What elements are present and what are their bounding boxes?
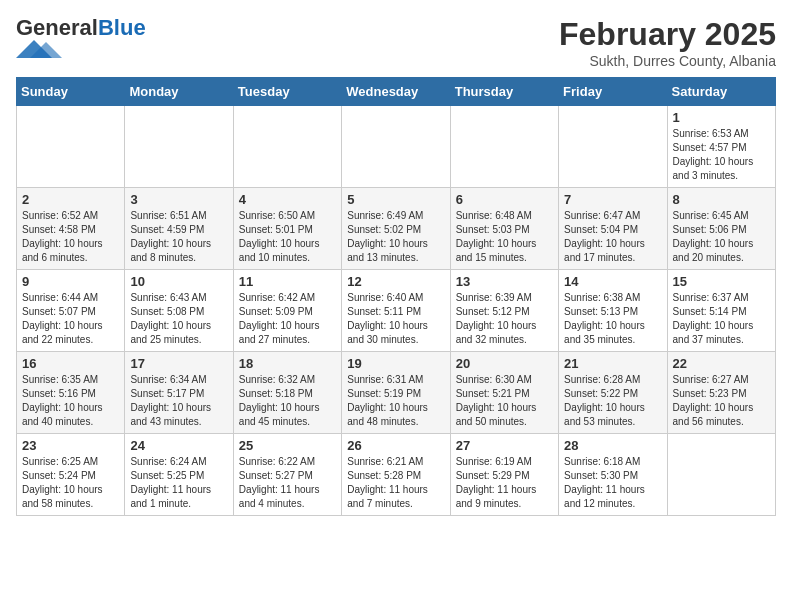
day-number: 22 bbox=[673, 356, 770, 371]
calendar-week-row: 23Sunrise: 6:25 AM Sunset: 5:24 PM Dayli… bbox=[17, 434, 776, 516]
day-number: 19 bbox=[347, 356, 444, 371]
calendar-week-row: 2Sunrise: 6:52 AM Sunset: 4:58 PM Daylig… bbox=[17, 188, 776, 270]
day-number: 10 bbox=[130, 274, 227, 289]
calendar-cell: 19Sunrise: 6:31 AM Sunset: 5:19 PM Dayli… bbox=[342, 352, 450, 434]
day-number: 7 bbox=[564, 192, 661, 207]
calendar-cell bbox=[667, 434, 775, 516]
day-number: 8 bbox=[673, 192, 770, 207]
day-number: 20 bbox=[456, 356, 553, 371]
calendar-cell: 9Sunrise: 6:44 AM Sunset: 5:07 PM Daylig… bbox=[17, 270, 125, 352]
calendar-cell bbox=[125, 106, 233, 188]
calendar-header-row: SundayMondayTuesdayWednesdayThursdayFrid… bbox=[17, 78, 776, 106]
day-number: 24 bbox=[130, 438, 227, 453]
calendar-cell: 27Sunrise: 6:19 AM Sunset: 5:29 PM Dayli… bbox=[450, 434, 558, 516]
day-number: 18 bbox=[239, 356, 336, 371]
day-header-wednesday: Wednesday bbox=[342, 78, 450, 106]
calendar-cell: 13Sunrise: 6:39 AM Sunset: 5:12 PM Dayli… bbox=[450, 270, 558, 352]
logo-blue: Blue bbox=[98, 15, 146, 40]
logo-general: General bbox=[16, 15, 98, 40]
calendar-title: February 2025 bbox=[559, 16, 776, 53]
day-number: 15 bbox=[673, 274, 770, 289]
day-info: Sunrise: 6:24 AM Sunset: 5:25 PM Dayligh… bbox=[130, 455, 227, 511]
day-header-monday: Monday bbox=[125, 78, 233, 106]
day-info: Sunrise: 6:31 AM Sunset: 5:19 PM Dayligh… bbox=[347, 373, 444, 429]
day-info: Sunrise: 6:19 AM Sunset: 5:29 PM Dayligh… bbox=[456, 455, 553, 511]
calendar-cell bbox=[342, 106, 450, 188]
day-info: Sunrise: 6:37 AM Sunset: 5:14 PM Dayligh… bbox=[673, 291, 770, 347]
calendar-cell: 10Sunrise: 6:43 AM Sunset: 5:08 PM Dayli… bbox=[125, 270, 233, 352]
day-info: Sunrise: 6:35 AM Sunset: 5:16 PM Dayligh… bbox=[22, 373, 119, 429]
day-info: Sunrise: 6:38 AM Sunset: 5:13 PM Dayligh… bbox=[564, 291, 661, 347]
day-info: Sunrise: 6:52 AM Sunset: 4:58 PM Dayligh… bbox=[22, 209, 119, 265]
day-info: Sunrise: 6:25 AM Sunset: 5:24 PM Dayligh… bbox=[22, 455, 119, 511]
day-number: 2 bbox=[22, 192, 119, 207]
calendar-cell: 15Sunrise: 6:37 AM Sunset: 5:14 PM Dayli… bbox=[667, 270, 775, 352]
day-number: 12 bbox=[347, 274, 444, 289]
day-info: Sunrise: 6:48 AM Sunset: 5:03 PM Dayligh… bbox=[456, 209, 553, 265]
day-number: 26 bbox=[347, 438, 444, 453]
calendar-cell: 2Sunrise: 6:52 AM Sunset: 4:58 PM Daylig… bbox=[17, 188, 125, 270]
calendar-cell: 3Sunrise: 6:51 AM Sunset: 4:59 PM Daylig… bbox=[125, 188, 233, 270]
calendar-cell: 1Sunrise: 6:53 AM Sunset: 4:57 PM Daylig… bbox=[667, 106, 775, 188]
day-info: Sunrise: 6:53 AM Sunset: 4:57 PM Dayligh… bbox=[673, 127, 770, 183]
day-info: Sunrise: 6:47 AM Sunset: 5:04 PM Dayligh… bbox=[564, 209, 661, 265]
day-info: Sunrise: 6:27 AM Sunset: 5:23 PM Dayligh… bbox=[673, 373, 770, 429]
day-number: 4 bbox=[239, 192, 336, 207]
day-info: Sunrise: 6:51 AM Sunset: 4:59 PM Dayligh… bbox=[130, 209, 227, 265]
title-block: February 2025 Sukth, Durres County, Alba… bbox=[559, 16, 776, 69]
calendar-cell: 12Sunrise: 6:40 AM Sunset: 5:11 PM Dayli… bbox=[342, 270, 450, 352]
calendar-cell: 4Sunrise: 6:50 AM Sunset: 5:01 PM Daylig… bbox=[233, 188, 341, 270]
calendar-cell: 17Sunrise: 6:34 AM Sunset: 5:17 PM Dayli… bbox=[125, 352, 233, 434]
day-number: 25 bbox=[239, 438, 336, 453]
day-number: 16 bbox=[22, 356, 119, 371]
day-number: 28 bbox=[564, 438, 661, 453]
day-number: 9 bbox=[22, 274, 119, 289]
day-number: 23 bbox=[22, 438, 119, 453]
calendar-week-row: 16Sunrise: 6:35 AM Sunset: 5:16 PM Dayli… bbox=[17, 352, 776, 434]
day-number: 1 bbox=[673, 110, 770, 125]
calendar-cell: 22Sunrise: 6:27 AM Sunset: 5:23 PM Dayli… bbox=[667, 352, 775, 434]
calendar-week-row: 1Sunrise: 6:53 AM Sunset: 4:57 PM Daylig… bbox=[17, 106, 776, 188]
calendar-cell: 28Sunrise: 6:18 AM Sunset: 5:30 PM Dayli… bbox=[559, 434, 667, 516]
day-header-saturday: Saturday bbox=[667, 78, 775, 106]
day-number: 13 bbox=[456, 274, 553, 289]
calendar-cell: 20Sunrise: 6:30 AM Sunset: 5:21 PM Dayli… bbox=[450, 352, 558, 434]
calendar-cell: 24Sunrise: 6:24 AM Sunset: 5:25 PM Dayli… bbox=[125, 434, 233, 516]
calendar-cell: 8Sunrise: 6:45 AM Sunset: 5:06 PM Daylig… bbox=[667, 188, 775, 270]
day-info: Sunrise: 6:42 AM Sunset: 5:09 PM Dayligh… bbox=[239, 291, 336, 347]
day-info: Sunrise: 6:39 AM Sunset: 5:12 PM Dayligh… bbox=[456, 291, 553, 347]
calendar-cell: 5Sunrise: 6:49 AM Sunset: 5:02 PM Daylig… bbox=[342, 188, 450, 270]
calendar-cell bbox=[17, 106, 125, 188]
day-number: 14 bbox=[564, 274, 661, 289]
day-info: Sunrise: 6:18 AM Sunset: 5:30 PM Dayligh… bbox=[564, 455, 661, 511]
calendar-cell: 11Sunrise: 6:42 AM Sunset: 5:09 PM Dayli… bbox=[233, 270, 341, 352]
day-info: Sunrise: 6:28 AM Sunset: 5:22 PM Dayligh… bbox=[564, 373, 661, 429]
day-info: Sunrise: 6:50 AM Sunset: 5:01 PM Dayligh… bbox=[239, 209, 336, 265]
calendar-week-row: 9Sunrise: 6:44 AM Sunset: 5:07 PM Daylig… bbox=[17, 270, 776, 352]
calendar-cell: 18Sunrise: 6:32 AM Sunset: 5:18 PM Dayli… bbox=[233, 352, 341, 434]
calendar-subtitle: Sukth, Durres County, Albania bbox=[559, 53, 776, 69]
calendar-cell: 14Sunrise: 6:38 AM Sunset: 5:13 PM Dayli… bbox=[559, 270, 667, 352]
calendar-cell bbox=[559, 106, 667, 188]
day-header-tuesday: Tuesday bbox=[233, 78, 341, 106]
calendar-cell: 25Sunrise: 6:22 AM Sunset: 5:27 PM Dayli… bbox=[233, 434, 341, 516]
day-info: Sunrise: 6:43 AM Sunset: 5:08 PM Dayligh… bbox=[130, 291, 227, 347]
page-header: GeneralBlue February 2025 Sukth, Durres … bbox=[16, 16, 776, 69]
calendar-table: SundayMondayTuesdayWednesdayThursdayFrid… bbox=[16, 77, 776, 516]
calendar-cell bbox=[450, 106, 558, 188]
day-info: Sunrise: 6:32 AM Sunset: 5:18 PM Dayligh… bbox=[239, 373, 336, 429]
day-header-sunday: Sunday bbox=[17, 78, 125, 106]
calendar-cell: 7Sunrise: 6:47 AM Sunset: 5:04 PM Daylig… bbox=[559, 188, 667, 270]
day-number: 11 bbox=[239, 274, 336, 289]
calendar-cell bbox=[233, 106, 341, 188]
calendar-cell: 16Sunrise: 6:35 AM Sunset: 5:16 PM Dayli… bbox=[17, 352, 125, 434]
logo-icon bbox=[16, 40, 86, 58]
day-number: 21 bbox=[564, 356, 661, 371]
calendar-cell: 26Sunrise: 6:21 AM Sunset: 5:28 PM Dayli… bbox=[342, 434, 450, 516]
day-number: 3 bbox=[130, 192, 227, 207]
day-header-thursday: Thursday bbox=[450, 78, 558, 106]
day-number: 5 bbox=[347, 192, 444, 207]
day-info: Sunrise: 6:40 AM Sunset: 5:11 PM Dayligh… bbox=[347, 291, 444, 347]
day-header-friday: Friday bbox=[559, 78, 667, 106]
calendar-cell: 23Sunrise: 6:25 AM Sunset: 5:24 PM Dayli… bbox=[17, 434, 125, 516]
